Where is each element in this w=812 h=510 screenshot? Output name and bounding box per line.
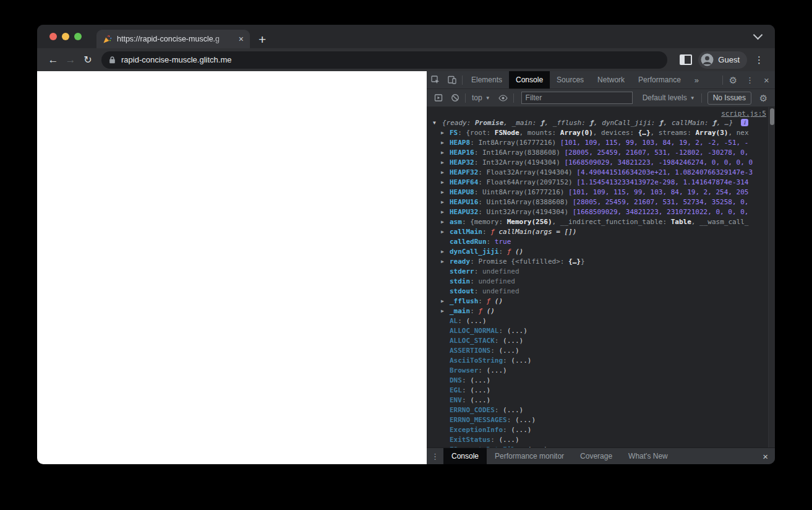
tab-close-icon[interactable]: × <box>239 35 244 43</box>
profile-button[interactable]: Guest <box>698 51 747 69</box>
console-object-root-row[interactable]: ▼ {ready: Promise, _main: ƒ, _fflush: ƒ,… <box>427 118 775 128</box>
getter-value[interactable]: (...) <box>498 436 519 444</box>
console-property-row-HEAP8[interactable]: ▶HEAP8: Int8Array(16777216) [101, 109, 1… <box>427 138 775 148</box>
address-bar[interactable]: rapid-concise-muscle.glitch.me <box>101 51 667 69</box>
disclosure-triangle-icon[interactable]: ▶ <box>441 178 444 188</box>
disclosure-triangle-icon[interactable]: ▶ <box>441 197 444 207</box>
console-property-row-HEAPU8[interactable]: ▶HEAPU8: Uint8Array(16777216) [101, 109,… <box>427 188 775 197</box>
drawer-tab-what-s-new[interactable]: What's New <box>620 448 676 464</box>
property-name: ExceptionInfo <box>450 426 503 434</box>
minimize-window-button[interactable] <box>62 33 69 40</box>
getter-value[interactable]: (...) <box>498 347 519 355</box>
console-property-row-HEAPU32[interactable]: ▶HEAPU32: Uint32Array(4194304) [16685090… <box>427 207 775 217</box>
disclosure-triangle-icon[interactable]: ▶ <box>441 227 444 237</box>
disclosure-triangle-icon[interactable]: ▶ <box>441 217 444 227</box>
console-property-row-AL: AL: (...) <box>427 316 775 326</box>
disclosure-triangle-icon[interactable]: ▶ <box>441 207 444 217</box>
browser-tab[interactable]: https://rapid-concise-muscle.g × <box>96 30 250 48</box>
console-property-row-asm[interactable]: ▶asm: {memory: Memory(256), __indirect_f… <box>427 217 775 227</box>
console-property-row-_fflush[interactable]: ▶_fflush: ƒ () <box>427 296 775 306</box>
console-property-row-dynCall_jiji[interactable]: ▶dynCall_jiji: ƒ () <box>427 247 775 257</box>
scrollbar-track[interactable] <box>768 107 775 447</box>
disclosure-triangle-open-icon[interactable]: ▼ <box>433 118 436 128</box>
getter-value[interactable]: (...) <box>511 426 531 434</box>
filter-input[interactable] <box>521 92 633 104</box>
live-expression-eye-icon[interactable] <box>495 95 511 102</box>
side-panel-icon[interactable] <box>680 54 692 65</box>
disclosure-triangle-icon[interactable]: ▶ <box>441 257 444 267</box>
devtools-close-icon[interactable]: × <box>758 71 775 89</box>
console-property-row-HEAP32[interactable]: ▶HEAP32: Int32Array(4194304) [1668509029… <box>427 158 775 168</box>
scrollbar-thumb[interactable] <box>770 108 774 125</box>
devtools-settings-gear-icon[interactable]: ⚙ <box>725 71 741 89</box>
console-property-row-HEAPF64[interactable]: ▶HEAPF64: Float64Array(2097152) [1.15454… <box>427 178 775 188</box>
getter-value[interactable]: (...) <box>507 327 528 335</box>
drawer-tab-performance-monitor[interactable]: Performance monitor <box>487 448 572 464</box>
console-property-row-HEAPU16[interactable]: ▶HEAPU16: Uint16Array(8388608) [28005, 2… <box>427 197 775 207</box>
inspect-element-icon[interactable] <box>427 71 443 89</box>
source-link[interactable]: script.js:5 <box>721 110 766 118</box>
getter-value[interactable]: (...) <box>470 396 490 404</box>
console-property-row-callMain[interactable]: ▶callMain: ƒ callMain(args = []) <box>427 227 775 237</box>
device-toolbar-icon[interactable] <box>443 71 460 89</box>
devtools-menu-icon[interactable]: ⋮ <box>741 71 758 89</box>
disclosure-triangle-icon[interactable]: ▶ <box>441 168 444 178</box>
console-settings-gear-icon[interactable]: ⚙ <box>755 93 772 103</box>
disclosure-triangle-icon[interactable]: ▶ <box>441 158 444 168</box>
getter-value[interactable]: (...) <box>470 386 490 394</box>
disclosure-triangle-icon[interactable]: ▶ <box>441 128 444 138</box>
getter-value[interactable]: (...) <box>470 376 490 384</box>
console-property-row-_main[interactable]: ▶_main: ƒ () <box>427 306 775 316</box>
browser-menu-icon[interactable]: ⋮ <box>751 54 767 66</box>
context-label: top <box>472 93 482 102</box>
drawer-tab-coverage[interactable]: Coverage <box>572 448 620 464</box>
page-viewport[interactable] <box>37 71 427 464</box>
disclosure-triangle-icon[interactable]: ▶ <box>441 138 444 148</box>
property-colon: : <box>478 366 486 374</box>
log-levels-selector[interactable]: Default levels ▼ <box>638 93 699 102</box>
devtools-tab-network[interactable]: Network <box>591 71 631 89</box>
console-property-row-HEAP16[interactable]: ▶HEAP16: Int16Array(8388608) [28005, 254… <box>427 148 775 158</box>
getter-value[interactable]: (...) <box>515 416 536 424</box>
property-name: _main <box>450 307 470 315</box>
getter-value[interactable]: (...) <box>466 317 487 325</box>
console-sidebar-icon[interactable] <box>430 93 447 102</box>
console-property-row-FS[interactable]: ▶FS: {root: FSNode, mounts: Array(0), de… <box>427 128 775 138</box>
console-property-row-HEAPF32[interactable]: ▶HEAPF32: Float32Array(4194304) [4.49044… <box>427 168 775 178</box>
console-property-row-ready[interactable]: ▶ready: Promise {<fulfilled>: {…}} <box>427 257 775 267</box>
disclosure-triangle-icon[interactable]: ▶ <box>441 306 444 316</box>
getter-value[interactable]: (...) <box>503 406 523 414</box>
getter-value[interactable]: (...) <box>487 366 507 374</box>
back-button[interactable]: ← <box>45 51 62 69</box>
context-selector[interactable]: top ▼ <box>468 93 495 102</box>
lock-icon[interactable] <box>109 56 116 64</box>
clear-console-icon[interactable] <box>447 93 463 102</box>
no-issues-button[interactable]: No Issues <box>707 92 751 105</box>
tab-search-chevron-icon[interactable] <box>753 30 763 40</box>
getter-value[interactable]: (...) <box>528 446 548 447</box>
getter-value[interactable]: (...) <box>511 357 531 365</box>
drawer-tab-console[interactable]: Console <box>443 448 487 464</box>
property-name: FS_createDataFile <box>450 446 519 447</box>
zoom-window-button[interactable] <box>74 33 82 40</box>
more-tabs-icon[interactable]: » <box>689 71 704 89</box>
property-colon: : <box>474 267 482 275</box>
preview-segment: , _main: <box>503 119 541 127</box>
info-icon[interactable]: i <box>741 119 748 126</box>
reload-button[interactable]: ↻ <box>79 51 96 69</box>
disclosure-triangle-icon[interactable]: ▶ <box>441 296 444 306</box>
getter-value[interactable]: (...) <box>503 337 523 345</box>
devtools-tab-console[interactable]: Console <box>509 71 550 89</box>
devtools-tab-sources[interactable]: Sources <box>550 71 591 89</box>
disclosure-triangle-icon[interactable]: ▶ <box>441 188 444 197</box>
forward-button[interactable]: → <box>62 51 79 69</box>
devtools-tab-elements[interactable]: Elements <box>464 71 509 89</box>
drawer-menu-icon[interactable]: ⋮ <box>427 448 443 464</box>
devtools-tab-performance[interactable]: Performance <box>631 71 688 89</box>
close-window-button[interactable] <box>49 33 57 40</box>
disclosure-triangle-icon[interactable]: ▶ <box>441 247 444 257</box>
new-tab-button[interactable]: + <box>259 33 266 46</box>
property-value-segment: {memory: <box>470 218 507 226</box>
drawer-close-icon[interactable]: × <box>756 448 775 464</box>
disclosure-triangle-icon[interactable]: ▶ <box>441 148 444 158</box>
